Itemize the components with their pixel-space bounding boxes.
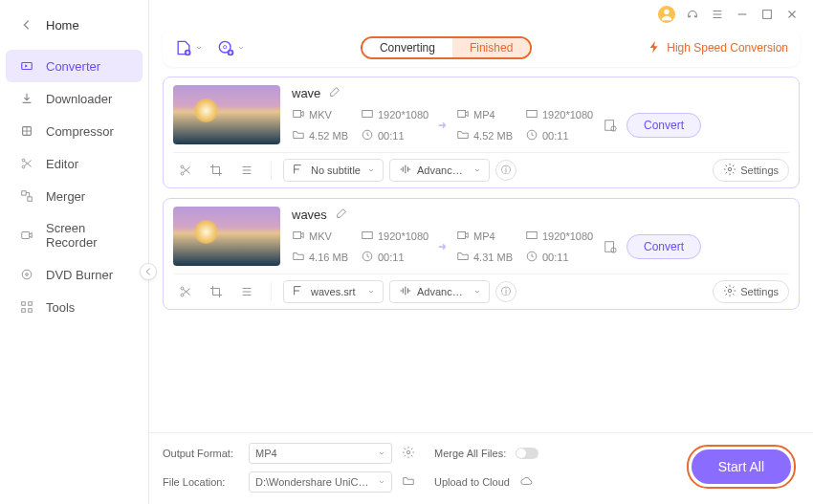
rename-icon[interactable] bbox=[328, 85, 341, 101]
add-file-button[interactable] bbox=[174, 38, 203, 57]
input-format: MKV bbox=[309, 230, 332, 242]
svg-rect-20 bbox=[363, 111, 373, 118]
svg-rect-31 bbox=[363, 232, 373, 239]
user-avatar[interactable] bbox=[658, 6, 675, 23]
output-format-value: MP4 bbox=[255, 448, 277, 459]
sidebar-item-dvd-burner[interactable]: DVD Burner bbox=[0, 258, 148, 291]
sidebar-item-downloader[interactable]: Downloader bbox=[0, 82, 148, 115]
crop-icon[interactable] bbox=[204, 161, 229, 180]
cloud-icon[interactable] bbox=[519, 474, 535, 490]
sidebar-item-label: Converter bbox=[46, 59, 100, 74]
sidebar-item-label: DVD Burner bbox=[46, 268, 113, 282]
gear-icon bbox=[723, 163, 736, 178]
input-format: MKV bbox=[309, 109, 332, 121]
trim-icon[interactable] bbox=[173, 282, 198, 301]
crop-icon[interactable] bbox=[204, 282, 229, 301]
resolution-icon bbox=[525, 107, 538, 122]
gear-icon[interactable] bbox=[402, 446, 417, 461]
video-thumbnail[interactable] bbox=[173, 207, 280, 266]
scissors-icon bbox=[19, 156, 34, 171]
convert-button[interactable]: Convert bbox=[626, 113, 701, 138]
task-settings-button[interactable]: Settings bbox=[713, 159, 789, 182]
folder-icon bbox=[292, 128, 305, 143]
back-label: Home bbox=[46, 18, 79, 33]
svg-point-39 bbox=[181, 294, 184, 296]
high-speed-conversion-toggle[interactable]: High Speed Conversion bbox=[648, 40, 788, 56]
clock-icon bbox=[361, 250, 374, 265]
sidebar-item-merger[interactable]: Merger bbox=[0, 180, 148, 212]
open-folder-icon[interactable] bbox=[402, 474, 417, 490]
chevron-down-icon bbox=[378, 448, 385, 459]
svg-rect-30 bbox=[294, 232, 301, 239]
audio-icon bbox=[398, 163, 411, 178]
subtitle-dropdown[interactable]: No subtitle bbox=[283, 159, 384, 182]
sidebar-item-label: Downloader bbox=[46, 92, 112, 106]
sidebar-item-converter[interactable]: Converter bbox=[6, 50, 143, 82]
output-resolution: 1920*1080 bbox=[542, 109, 593, 121]
audio-dropdown[interactable]: Advanced Audi... bbox=[389, 159, 490, 182]
info-icon[interactable]: ⓘ bbox=[495, 281, 516, 302]
minimize-icon[interactable] bbox=[735, 7, 750, 22]
more-icon[interactable] bbox=[234, 161, 259, 180]
clock-icon bbox=[525, 128, 538, 143]
video-thumbnail[interactable] bbox=[173, 85, 280, 144]
svg-point-17 bbox=[224, 46, 227, 49]
svg-rect-36 bbox=[605, 242, 614, 252]
svg-rect-34 bbox=[527, 232, 538, 239]
clock-icon bbox=[525, 250, 538, 265]
input-resolution: 1920*1080 bbox=[378, 230, 428, 242]
output-resolution: 1920*1080 bbox=[542, 230, 593, 242]
resolution-icon bbox=[361, 107, 374, 122]
svg-rect-19 bbox=[294, 111, 301, 118]
subtitle-dropdown[interactable]: waves.srt bbox=[283, 280, 384, 303]
subtitle-value: waves.srt bbox=[311, 286, 355, 297]
sidebar-collapse-toggle[interactable] bbox=[140, 263, 157, 280]
subtitle-icon bbox=[292, 163, 305, 178]
settings-label: Settings bbox=[740, 286, 779, 297]
tab-finished[interactable]: Finished bbox=[452, 38, 530, 57]
subtitle-value: No subtitle bbox=[311, 164, 361, 176]
chevron-down-icon bbox=[378, 476, 385, 488]
merge-toggle[interactable] bbox=[516, 448, 538, 459]
maximize-icon[interactable] bbox=[759, 7, 775, 22]
chevron-down-icon bbox=[473, 164, 481, 176]
camera-icon bbox=[19, 228, 34, 243]
chevron-down-icon bbox=[237, 41, 245, 55]
output-settings-icon[interactable] bbox=[594, 119, 626, 132]
svg-rect-10 bbox=[29, 302, 33, 306]
rename-icon[interactable] bbox=[335, 207, 348, 223]
sidebar-item-compressor[interactable]: Compressor bbox=[0, 115, 148, 147]
upload-cloud-label: Upload to Cloud bbox=[434, 476, 510, 488]
tab-converting[interactable]: Converting bbox=[363, 38, 452, 57]
task-card: wave MKV 4.52 MB 1920*1080 00:11 bbox=[163, 77, 800, 188]
headset-icon[interactable] bbox=[685, 7, 700, 22]
more-icon[interactable] bbox=[234, 282, 259, 301]
task-settings-button[interactable]: Settings bbox=[713, 280, 789, 303]
start-all-highlight: Start All bbox=[687, 445, 796, 489]
info-icon[interactable]: ⓘ bbox=[495, 160, 516, 181]
svg-point-38 bbox=[181, 287, 184, 290]
add-disc-button[interactable] bbox=[216, 38, 245, 57]
audio-icon bbox=[398, 284, 411, 299]
start-all-button[interactable]: Start All bbox=[692, 449, 791, 484]
convert-button[interactable]: Convert bbox=[626, 234, 701, 259]
audio-dropdown[interactable]: Advanced Audi... bbox=[389, 280, 490, 303]
input-duration: 00:11 bbox=[378, 252, 405, 263]
sidebar-item-editor[interactable]: Editor bbox=[0, 147, 148, 180]
svg-point-29 bbox=[729, 167, 733, 171]
sidebar-item-tools[interactable]: Tools bbox=[0, 291, 148, 323]
input-duration: 00:11 bbox=[378, 130, 405, 142]
toolbar: Converting Finished High Speed Conversio… bbox=[163, 29, 800, 67]
trim-icon[interactable] bbox=[173, 161, 198, 180]
close-icon[interactable] bbox=[784, 7, 800, 22]
file-location-dropdown[interactable]: D:\Wondershare UniConverter 1 bbox=[249, 471, 392, 493]
sidebar-item-screen-recorder[interactable]: Screen Recorder bbox=[0, 212, 148, 258]
output-format-dropdown[interactable]: MP4 bbox=[249, 443, 392, 464]
output-format: MP4 bbox=[473, 230, 495, 242]
back-home[interactable]: Home bbox=[0, 10, 148, 40]
video-icon bbox=[292, 107, 305, 122]
download-icon bbox=[19, 91, 34, 106]
output-settings-icon[interactable] bbox=[594, 240, 626, 253]
menu-icon[interactable] bbox=[710, 7, 725, 22]
chevron-down-icon bbox=[473, 286, 481, 297]
